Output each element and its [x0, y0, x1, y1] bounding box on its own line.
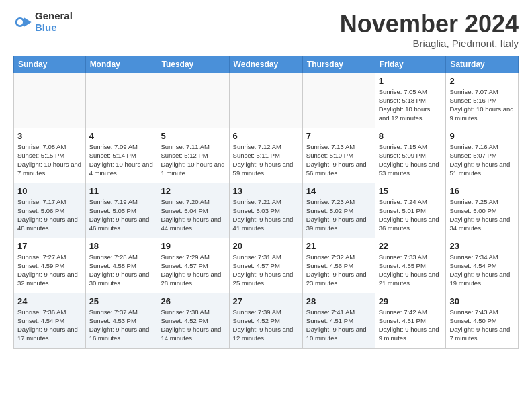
svg-point-1	[17, 19, 23, 24]
day-info: Sunrise: 7:08 AM Sunset: 5:15 PM Dayligh…	[17, 142, 82, 178]
calendar-cell: 21Sunrise: 7:32 AM Sunset: 4:56 PM Dayli…	[302, 238, 375, 293]
day-number: 14	[306, 186, 371, 196]
calendar-week-4: 24Sunrise: 7:36 AM Sunset: 4:54 PM Dayli…	[14, 293, 519, 348]
day-number: 5	[161, 131, 225, 141]
day-info: Sunrise: 7:32 AM Sunset: 4:56 PM Dayligh…	[306, 253, 371, 288]
calendar-header: Sunday Monday Tuesday Wednesday Thursday…	[14, 56, 519, 73]
calendar-cell: 23Sunrise: 7:34 AM Sunset: 4:54 PM Dayli…	[446, 238, 519, 293]
calendar-cell: 5Sunrise: 7:11 AM Sunset: 5:12 PM Daylig…	[157, 128, 229, 183]
day-info: Sunrise: 7:20 AM Sunset: 5:04 PM Dayligh…	[161, 197, 225, 233]
day-number: 22	[379, 241, 443, 251]
calendar-body: 1Sunrise: 7:05 AM Sunset: 5:18 PM Daylig…	[14, 73, 519, 348]
th-wednesday: Wednesday	[229, 56, 302, 73]
title-block: November 2024 Briaglia, Piedmont, Italy	[340, 11, 519, 49]
calendar-cell: 12Sunrise: 7:20 AM Sunset: 5:04 PM Dayli…	[157, 183, 229, 238]
day-info: Sunrise: 7:28 AM Sunset: 4:58 PM Dayligh…	[89, 253, 154, 288]
day-number: 18	[89, 241, 154, 251]
day-number: 19	[161, 241, 225, 251]
calendar-cell: 28Sunrise: 7:41 AM Sunset: 4:51 PM Dayli…	[302, 293, 375, 348]
day-number: 26	[161, 296, 225, 306]
day-info: Sunrise: 7:07 AM Sunset: 5:16 PM Dayligh…	[449, 87, 515, 123]
month-title: November 2024	[340, 11, 519, 38]
th-tuesday: Tuesday	[157, 56, 229, 73]
day-number: 6	[233, 131, 299, 141]
logo-general: General	[35, 11, 73, 22]
calendar-cell: 3Sunrise: 7:08 AM Sunset: 5:15 PM Daylig…	[14, 128, 86, 183]
day-info: Sunrise: 7:05 AM Sunset: 5:18 PM Dayligh…	[379, 87, 443, 123]
day-info: Sunrise: 7:23 AM Sunset: 5:02 PM Dayligh…	[306, 197, 371, 233]
day-number: 2	[449, 76, 515, 86]
svg-marker-2	[24, 17, 31, 27]
calendar-cell: 25Sunrise: 7:37 AM Sunset: 4:53 PM Dayli…	[85, 293, 157, 348]
calendar-cell: 10Sunrise: 7:17 AM Sunset: 5:06 PM Dayli…	[14, 183, 86, 238]
day-info: Sunrise: 7:41 AM Sunset: 4:51 PM Dayligh…	[306, 308, 371, 343]
day-number: 8	[379, 131, 443, 141]
header: General Blue November 2024 Briaglia, Pie…	[13, 11, 519, 49]
day-number: 25	[89, 296, 154, 306]
calendar-cell: 19Sunrise: 7:29 AM Sunset: 4:57 PM Dayli…	[157, 238, 229, 293]
day-number: 21	[306, 241, 371, 251]
day-info: Sunrise: 7:15 AM Sunset: 5:09 PM Dayligh…	[379, 142, 443, 178]
calendar-cell	[85, 73, 157, 128]
calendar-cell: 11Sunrise: 7:19 AM Sunset: 5:05 PM Dayli…	[85, 183, 157, 238]
calendar-cell	[229, 73, 302, 128]
day-info: Sunrise: 7:21 AM Sunset: 5:03 PM Dayligh…	[233, 197, 299, 233]
day-number: 11	[89, 186, 154, 196]
day-info: Sunrise: 7:42 AM Sunset: 4:51 PM Dayligh…	[379, 308, 443, 343]
calendar-cell	[157, 73, 229, 128]
day-number: 30	[449, 296, 515, 306]
th-monday: Monday	[85, 56, 157, 73]
day-number: 12	[161, 186, 225, 196]
th-thursday: Thursday	[302, 56, 375, 73]
day-number: 16	[449, 186, 515, 196]
logo-icon	[13, 13, 32, 32]
th-friday: Friday	[375, 56, 446, 73]
calendar-week-3: 17Sunrise: 7:27 AM Sunset: 4:59 PM Dayli…	[14, 238, 519, 293]
calendar-cell	[302, 73, 375, 128]
day-info: Sunrise: 7:29 AM Sunset: 4:57 PM Dayligh…	[161, 253, 225, 288]
calendar-cell: 24Sunrise: 7:36 AM Sunset: 4:54 PM Dayli…	[14, 293, 86, 348]
calendar: Sunday Monday Tuesday Wednesday Thursday…	[13, 56, 519, 349]
calendar-week-0: 1Sunrise: 7:05 AM Sunset: 5:18 PM Daylig…	[14, 73, 519, 128]
day-info: Sunrise: 7:17 AM Sunset: 5:06 PM Dayligh…	[17, 197, 82, 233]
day-number: 7	[306, 131, 371, 141]
day-number: 27	[233, 296, 299, 306]
th-saturday: Saturday	[446, 56, 519, 73]
calendar-cell: 30Sunrise: 7:43 AM Sunset: 4:50 PM Dayli…	[446, 293, 519, 348]
calendar-cell: 18Sunrise: 7:28 AM Sunset: 4:58 PM Dayli…	[85, 238, 157, 293]
calendar-cell: 26Sunrise: 7:38 AM Sunset: 4:52 PM Dayli…	[157, 293, 229, 348]
calendar-cell: 27Sunrise: 7:39 AM Sunset: 4:52 PM Dayli…	[229, 293, 302, 348]
day-number: 9	[449, 131, 515, 141]
calendar-week-2: 10Sunrise: 7:17 AM Sunset: 5:06 PM Dayli…	[14, 183, 519, 238]
header-row: Sunday Monday Tuesday Wednesday Thursday…	[14, 56, 519, 73]
day-number: 28	[306, 296, 371, 306]
day-number: 15	[379, 186, 443, 196]
day-number: 13	[233, 186, 299, 196]
calendar-cell: 1Sunrise: 7:05 AM Sunset: 5:18 PM Daylig…	[375, 73, 446, 128]
calendar-cell: 13Sunrise: 7:21 AM Sunset: 5:03 PM Dayli…	[229, 183, 302, 238]
logo-blue: Blue	[35, 22, 73, 34]
day-info: Sunrise: 7:39 AM Sunset: 4:52 PM Dayligh…	[233, 308, 299, 343]
page: General Blue November 2024 Briaglia, Pie…	[0, 0, 532, 355]
th-sunday: Sunday	[14, 56, 86, 73]
day-info: Sunrise: 7:13 AM Sunset: 5:10 PM Dayligh…	[306, 142, 371, 178]
day-number: 24	[17, 296, 82, 306]
day-info: Sunrise: 7:19 AM Sunset: 5:05 PM Dayligh…	[89, 197, 154, 233]
day-info: Sunrise: 7:36 AM Sunset: 4:54 PM Dayligh…	[17, 308, 82, 343]
day-info: Sunrise: 7:43 AM Sunset: 4:50 PM Dayligh…	[449, 308, 515, 343]
calendar-cell: 22Sunrise: 7:33 AM Sunset: 4:55 PM Dayli…	[375, 238, 446, 293]
calendar-cell: 7Sunrise: 7:13 AM Sunset: 5:10 PM Daylig…	[302, 128, 375, 183]
calendar-cell	[14, 73, 86, 128]
day-number: 20	[233, 241, 299, 251]
logo: General Blue	[13, 11, 73, 33]
day-info: Sunrise: 7:11 AM Sunset: 5:12 PM Dayligh…	[161, 142, 225, 178]
day-info: Sunrise: 7:12 AM Sunset: 5:11 PM Dayligh…	[233, 142, 299, 178]
calendar-cell: 17Sunrise: 7:27 AM Sunset: 4:59 PM Dayli…	[14, 238, 86, 293]
day-info: Sunrise: 7:38 AM Sunset: 4:52 PM Dayligh…	[161, 308, 225, 343]
calendar-cell: 16Sunrise: 7:25 AM Sunset: 5:00 PM Dayli…	[446, 183, 519, 238]
calendar-cell: 9Sunrise: 7:16 AM Sunset: 5:07 PM Daylig…	[446, 128, 519, 183]
day-info: Sunrise: 7:31 AM Sunset: 4:57 PM Dayligh…	[233, 253, 299, 288]
calendar-cell: 14Sunrise: 7:23 AM Sunset: 5:02 PM Dayli…	[302, 183, 375, 238]
calendar-cell: 6Sunrise: 7:12 AM Sunset: 5:11 PM Daylig…	[229, 128, 302, 183]
day-number: 10	[17, 186, 82, 196]
